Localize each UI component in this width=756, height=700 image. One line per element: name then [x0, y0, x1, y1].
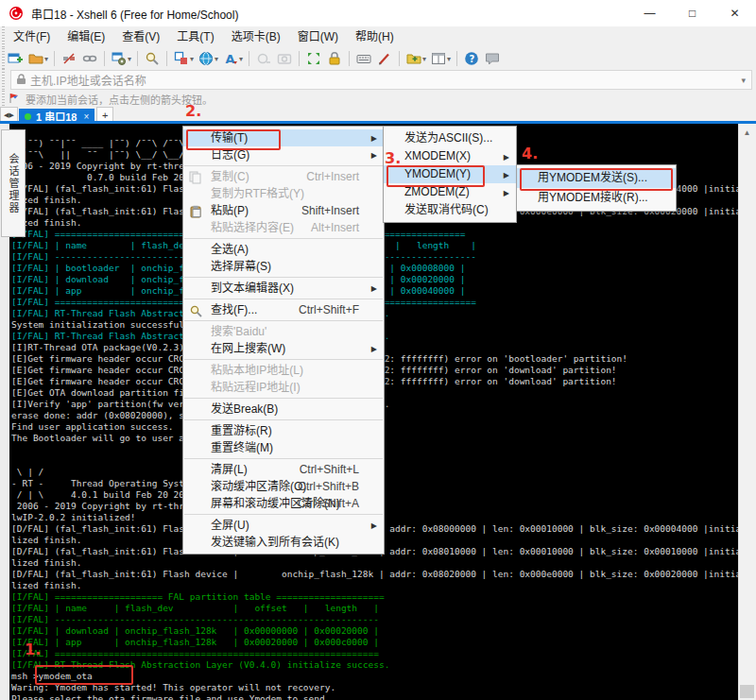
- terminal-context-menu: 传输(T)▶日志(G)▶复制(C)Ctrl+Insert复制为RTF格式(Y)粘…: [182, 126, 385, 555]
- context-menu-item-4: 复制为RTF格式(Y): [183, 185, 384, 202]
- maximize-button[interactable]: □: [671, 0, 713, 26]
- svg-text:A: A: [226, 52, 235, 66]
- web-icon-dropdown[interactable]: ▾: [215, 55, 218, 63]
- copy-icon: [189, 171, 202, 183]
- menu-item-label: 发送Break(B): [211, 402, 278, 416]
- context-menu-item-1[interactable]: 日志(G)▶: [183, 146, 384, 163]
- session-properties-icon[interactable]: [110, 50, 129, 67]
- font-icon[interactable]: A: [221, 50, 240, 67]
- transfer-submenu-item-2[interactable]: YMODEM(Y)▶: [384, 165, 516, 183]
- new-file-icon[interactable]: [404, 50, 423, 67]
- menu-item-label: 用YMODEM发送(S)...: [538, 171, 647, 184]
- context-menu-item-27[interactable]: 滚动缓冲区清除(O)Ctrl+Shift+B: [183, 478, 384, 495]
- menu-item-label: 粘贴(P): [211, 204, 249, 217]
- minimize-button[interactable]: —: [628, 0, 671, 26]
- lock-icon[interactable]: [325, 50, 344, 67]
- submenu-arrow-icon: ▶: [371, 281, 377, 298]
- context-menu-item-11[interactable]: 到文本编辑器(X)▶: [183, 280, 384, 297]
- layout-icon[interactable]: [172, 50, 191, 67]
- menubar-item-3[interactable]: 工具(T): [168, 26, 222, 48]
- context-menu-separator: [184, 299, 383, 299]
- context-menu-item-5[interactable]: 粘贴(P)Shift+Insert: [183, 202, 384, 219]
- menu-item-label: 搜索'Baidu': [211, 325, 266, 338]
- menubar-item-4[interactable]: 选项卡(B): [223, 26, 289, 48]
- menubar-item-0[interactable]: 文件(F): [5, 26, 59, 48]
- help-icon[interactable]: ?: [462, 50, 481, 67]
- open-session-icon[interactable]: [26, 50, 45, 67]
- context-menu-item-28[interactable]: 屏幕和滚动缓冲区清除(N)Ctrl+Shift+A: [183, 495, 384, 512]
- font-icon-dropdown[interactable]: ▾: [239, 55, 243, 63]
- context-menu-item-24[interactable]: 重置终端(M): [183, 439, 384, 456]
- capture-icon: [275, 50, 294, 67]
- context-menu-item-31[interactable]: 发送键输入到所有会话(K): [183, 534, 384, 551]
- menu-item-label: 复制(C): [211, 170, 249, 183]
- layout-icon-dropdown[interactable]: ▾: [190, 55, 194, 63]
- submenu-arrow-icon: ▶: [371, 518, 377, 535]
- terminal-scrollbar[interactable]: ▲: [738, 124, 756, 700]
- new-session-icon[interactable]: [6, 50, 25, 67]
- xshell-logo-icon: [9, 6, 24, 21]
- menu-item-label: 全屏(U): [211, 519, 249, 532]
- context-menu-item-16[interactable]: 在网上搜索(W)▶: [183, 340, 384, 357]
- context-menu-separator: [184, 165, 383, 166]
- context-menu-item-21[interactable]: 发送Break(B): [183, 401, 384, 418]
- keyboard-icon[interactable]: [354, 50, 373, 67]
- session-manager-label: 会话管理器: [6, 153, 21, 214]
- ymodem-submenu-item-1[interactable]: 用YMODEM接收(R)...: [517, 188, 676, 208]
- menubar-item-1[interactable]: 编辑(E): [59, 26, 113, 48]
- toolbar-separator: [249, 51, 249, 66]
- context-menu-item-13[interactable]: 查找(F)...Ctrl+Shift+F: [183, 301, 384, 318]
- reconnect-icon[interactable]: [80, 50, 99, 67]
- session-manager-vertical-tab[interactable]: 会话管理器: [1, 129, 26, 237]
- toolbar-separator: [166, 51, 167, 66]
- tile-icon[interactable]: [429, 50, 448, 67]
- find-icon[interactable]: [143, 50, 162, 67]
- disconnect-icon[interactable]: [60, 50, 78, 67]
- tab-scroll-icon: ◀▶: [4, 111, 14, 119]
- menu-item-shortcut: Ctrl+Shift+F: [299, 301, 359, 318]
- toolbar-separator: [104, 51, 105, 66]
- transfer-submenu-item-1[interactable]: XMODEM(X)▶: [384, 147, 516, 165]
- tab-close-icon[interactable]: ×: [83, 111, 89, 122]
- tile-icon-dropdown[interactable]: ▾: [447, 55, 451, 63]
- menu-item-label: 重置终端(M): [211, 441, 273, 454]
- host-address-input[interactable]: 主机.IP地址或会话名称 ▾: [10, 70, 752, 90]
- menu-item-shortcut: Ctrl+Shift+B: [298, 478, 359, 495]
- close-button[interactable]: ✕: [713, 0, 756, 26]
- transfer-submenu-item-0[interactable]: 发送为ASCII(S)...: [384, 129, 516, 147]
- web-icon[interactable]: [197, 50, 215, 67]
- menu-item-label: 清屏(L): [211, 463, 248, 476]
- terminal-line-32: / | \ 4.0.1 build Feb 20 2019: [11, 489, 195, 501]
- flag-icon: [9, 91, 20, 108]
- menu-item-label: ZMODEM(Z): [404, 185, 470, 198]
- transfer-submenu-item-3[interactable]: ZMODEM(Z)▶: [384, 183, 516, 201]
- feedback-icon[interactable]: [483, 50, 502, 67]
- address-dropdown-icon[interactable]: ▾: [741, 76, 746, 85]
- context-menu-item-26[interactable]: 清屏(L)Ctrl+Shift+L: [183, 461, 384, 478]
- menubar-item-6[interactable]: 帮助(H): [347, 26, 403, 48]
- menubar-item-5[interactable]: 窗口(W): [289, 26, 347, 48]
- scrollbar-thumb[interactable]: [740, 685, 754, 698]
- context-menu-item-0[interactable]: 传输(T)▶: [183, 129, 384, 146]
- menubar-item-2[interactable]: 查看(V): [113, 26, 168, 48]
- context-menu-item-30[interactable]: 全屏(U)▶: [183, 517, 384, 534]
- fullscreen-icon[interactable]: [304, 50, 323, 67]
- context-menu-item-23[interactable]: 重置游标(R): [183, 422, 384, 439]
- compose-icon[interactable]: [375, 50, 394, 67]
- paste-icon: [189, 205, 202, 217]
- context-menu-separator: [184, 398, 383, 399]
- terminal-line-4: 0.7.0 build Feb 20 2019: [11, 172, 212, 183]
- context-menu-item-9[interactable]: 选择屏幕(S): [183, 258, 384, 275]
- title-bar: 串口18 - Xshell 6 (Free for Home/School) —…: [0, 0, 756, 26]
- ymodem-submenu-item-0[interactable]: 用YMODEM发送(S)...: [517, 168, 676, 188]
- address-bar-row: 主机.IP地址或会话名称 ▾: [0, 69, 756, 91]
- session-properties-icon-dropdown[interactable]: ▾: [128, 55, 131, 63]
- transfer-submenu-item-4[interactable]: 发送取消代码(C): [384, 201, 516, 219]
- new-file-icon-dropdown[interactable]: ▾: [422, 55, 426, 63]
- menu-item-label: 重置游标(R): [211, 424, 272, 437]
- open-session-icon-dropdown[interactable]: ▾: [44, 55, 48, 63]
- submenu-arrow-icon: ▶: [371, 147, 377, 164]
- context-menu-item-8[interactable]: 全选(A): [183, 241, 384, 258]
- scrollbar-up-icon[interactable]: ▲: [739, 126, 755, 139]
- context-menu-item-3: 复制(C)Ctrl+Insert: [183, 168, 384, 185]
